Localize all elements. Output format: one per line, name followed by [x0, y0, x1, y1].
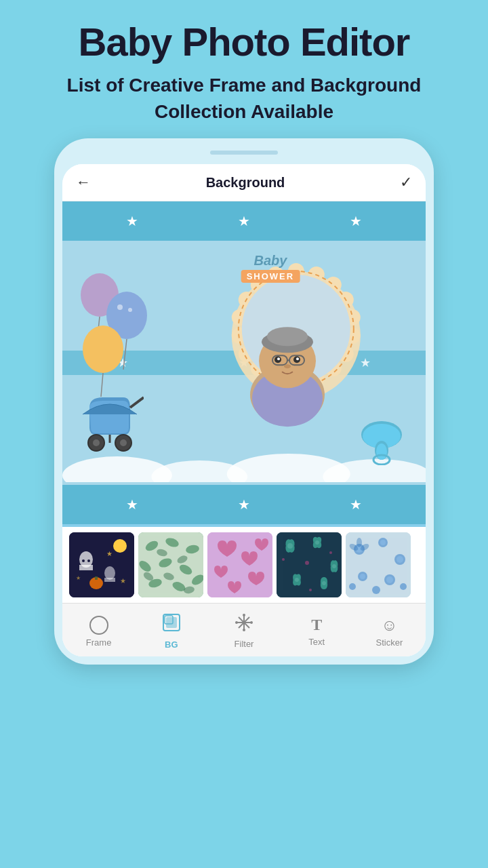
background-thumbnail-2[interactable] — [138, 532, 203, 597]
svg-point-119 — [372, 586, 380, 594]
svg-text:★: ★ — [76, 575, 81, 581]
svg-point-101 — [322, 581, 326, 585]
star-icon: ★ — [238, 213, 250, 229]
shower-text: SHOWER — [241, 270, 300, 283]
svg-text:★: ★ — [106, 550, 113, 557]
nav-item-bg[interactable]: BG — [135, 613, 207, 650]
frame-label: Frame — [86, 637, 112, 648]
svg-rect-64 — [104, 578, 115, 582]
top-stripe: ★ ★ ★ — [62, 201, 426, 241]
svg-point-95 — [332, 564, 336, 568]
background-thumbnail-5[interactable] — [346, 532, 411, 597]
star-icon: ★ — [238, 496, 250, 513]
svg-rect-66 — [95, 576, 98, 580]
canvas-main[interactable]: Baby SHOWER — [62, 241, 426, 485]
svg-rect-124 — [166, 617, 177, 628]
thumbnail-bar: ★ ★ ★ — [62, 527, 426, 603]
svg-text:★: ★ — [120, 577, 126, 585]
svg-point-112 — [396, 556, 403, 563]
thumb4-svg — [277, 532, 342, 597]
check-button[interactable]: ✓ — [400, 174, 412, 191]
baby-photo — [233, 307, 342, 431]
nav-item-sticker[interactable]: ☺ Sticker — [353, 616, 426, 648]
svg-line-39 — [123, 339, 127, 370]
svg-point-89 — [287, 543, 293, 549]
frame-icon — [89, 616, 108, 635]
bottom-nav: Frame BG — [62, 603, 426, 656]
filter-label: Filter — [235, 639, 254, 649]
header-section: Baby Photo Editor List of Creative Frame… — [0, 0, 488, 138]
svg-line-41 — [101, 373, 103, 397]
nav-item-frame[interactable]: Frame — [62, 616, 135, 648]
background-thumbnail-1[interactable]: ★ ★ ★ — [69, 532, 134, 597]
svg-point-131 — [250, 621, 253, 624]
thumb1-svg: ★ ★ ★ — [69, 532, 134, 597]
sticker-label: Sticker — [376, 637, 403, 648]
text-icon: T — [311, 616, 322, 634]
svg-point-110 — [380, 540, 386, 545]
star-icon: ★ — [126, 213, 138, 229]
svg-point-103 — [282, 558, 285, 561]
background-thumbnail-4[interactable] — [277, 532, 342, 597]
bg-icon — [162, 613, 181, 637]
svg-point-102 — [305, 561, 309, 565]
svg-point-133 — [235, 621, 238, 624]
pacifier-svg — [358, 411, 405, 465]
svg-point-98 — [295, 578, 299, 582]
baby-text: Baby — [241, 253, 300, 269]
pacifier-icon — [358, 411, 405, 468]
stroller-svg — [76, 394, 144, 455]
svg-point-104 — [329, 551, 332, 554]
svg-point-38 — [128, 308, 132, 312]
balloons-svg — [73, 261, 154, 397]
svg-point-58 — [113, 539, 127, 553]
baby-shower-text: Baby SHOWER — [241, 253, 300, 283]
svg-point-43 — [93, 439, 100, 446]
svg-point-117 — [349, 583, 356, 590]
svg-point-37 — [117, 304, 123, 310]
svg-point-105 — [309, 589, 312, 591]
bg-label: BG — [165, 639, 178, 650]
filter-svg-icon — [235, 614, 253, 631]
star-icon: ★ — [350, 213, 362, 229]
star-icon: ★ — [126, 496, 138, 513]
nav-item-filter[interactable]: Filter — [207, 614, 280, 649]
bottom-stripe: ★ ★ ★ — [62, 485, 426, 524]
svg-point-51 — [376, 443, 387, 460]
phone-mockup: ← Background ✓ ★ ★ ★ — [54, 138, 434, 665]
svg-point-29 — [296, 357, 299, 360]
svg-point-40 — [83, 326, 123, 373]
thumb5-svg — [346, 532, 411, 597]
svg-point-28 — [277, 357, 280, 360]
svg-rect-60 — [79, 565, 93, 570]
app-title: Baby Photo Editor — [27, 20, 461, 64]
thumb3-svg — [207, 532, 272, 597]
baby-illustration — [233, 307, 342, 429]
svg-point-132 — [243, 629, 245, 631]
svg-point-114 — [360, 574, 365, 579]
app-bar: ← Background ✓ — [62, 164, 426, 201]
svg-line-46 — [130, 397, 144, 408]
svg-point-62 — [87, 559, 90, 562]
app-bar-title: Background — [206, 175, 285, 191]
nav-item-text[interactable]: T Text — [281, 616, 353, 647]
phone-notch — [210, 151, 278, 155]
thumb2-svg — [138, 532, 203, 597]
svg-point-25 — [267, 327, 308, 346]
app-subtitle: List of Creative Frame and Background Co… — [27, 72, 461, 125]
stroller-icon — [76, 394, 144, 458]
svg-point-45 — [120, 439, 127, 446]
svg-point-92 — [315, 540, 319, 545]
background-thumbnail-3[interactable] — [207, 532, 272, 597]
filter-icon — [235, 614, 253, 636]
svg-point-33 — [284, 364, 291, 368]
svg-point-118 — [400, 583, 407, 590]
back-button[interactable]: ← — [76, 174, 91, 191]
bg-svg-icon — [162, 613, 181, 632]
sticker-icon: ☺ — [381, 616, 398, 635]
canvas-area: ★ ★ ★ — [62, 201, 426, 527]
svg-point-116 — [386, 576, 393, 583]
star-icon: ★ — [350, 496, 362, 513]
balloons-left — [73, 261, 154, 399]
svg-point-130 — [243, 614, 245, 616]
